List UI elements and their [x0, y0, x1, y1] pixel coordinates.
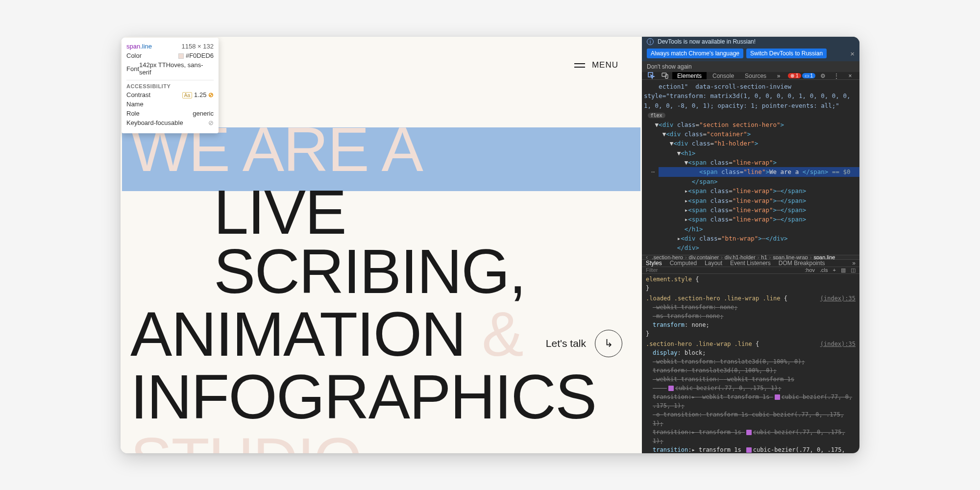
styles-sidebar-icon[interactable]: ◫: [851, 267, 856, 273]
tab-sources[interactable]: Sources: [740, 72, 771, 79]
more-subtabs-icon[interactable]: »: [852, 260, 856, 267]
issues-count-badge[interactable]: ▭ 1: [802, 73, 815, 78]
dom-breadcrumb[interactable]: ‹ .section-hero› div.container› div.h1-h…: [642, 255, 859, 260]
menu-button[interactable]: MENU: [592, 60, 618, 70]
hero-line-5: STUDIO.: [130, 431, 642, 453]
subtab-dom-breakpoints[interactable]: DOM Breakpoints: [779, 260, 825, 267]
not-focusable-icon: ⊘: [208, 119, 214, 126]
cls-toggle[interactable]: .cls: [820, 267, 828, 273]
error-count-badge[interactable]: ⊗ 1: [788, 73, 801, 78]
close-notice-button[interactable]: ×: [850, 49, 855, 58]
new-rule-icon[interactable]: +: [833, 267, 836, 273]
bezier-swatch-icon[interactable]: [775, 394, 780, 400]
match-language-button[interactable]: Always match Chrome's language: [647, 49, 743, 58]
hamburger-icon[interactable]: [574, 63, 585, 68]
subtab-computed[interactable]: Computed: [670, 260, 697, 267]
dom-tree[interactable]: ection1" data-scroll-section-inview styl…: [642, 80, 859, 255]
bezier-swatch-icon[interactable]: [746, 430, 752, 435]
bezier-swatch-icon[interactable]: [668, 386, 674, 391]
warning-icon: ⊘: [208, 91, 214, 98]
bezier-swatch-icon[interactable]: [746, 447, 752, 453]
device-toggle-icon[interactable]: [659, 72, 671, 79]
devtools-language-notice: DevTools is now available in Russian!: [658, 38, 756, 45]
info-icon: i: [647, 38, 654, 45]
inspect-element-icon[interactable]: [645, 72, 658, 79]
color-swatch-icon: [178, 53, 184, 59]
switch-language-button[interactable]: Switch DevTools to Russian: [746, 49, 827, 58]
tab-elements[interactable]: Elements: [672, 72, 707, 79]
computed-toggle-icon[interactable]: ▥: [841, 267, 846, 273]
close-devtools-icon[interactable]: ×: [844, 73, 857, 79]
breadcrumb-scroll-left-icon[interactable]: ‹: [646, 255, 650, 260]
inspector-tooltip: span.line 1158 × 132 Color #F0DED6 Font …: [122, 38, 219, 133]
page-viewport: MENU WE ARE A LIVE SCRIBING, ANIMATION &…: [121, 37, 642, 453]
hero-line-4: INFOGRAPHICS: [130, 368, 642, 426]
subtab-event-listeners[interactable]: Event Listeners: [730, 260, 771, 267]
hero-line-3a: ANIMATION: [130, 299, 482, 369]
tab-console[interactable]: Console: [708, 72, 739, 79]
subtab-styles[interactable]: Styles: [646, 260, 662, 267]
styles-pane[interactable]: element.style { } .loaded .section-hero …: [642, 274, 859, 453]
styles-filter-input[interactable]: [646, 267, 800, 273]
hero-heading: WE ARE A LIVE SCRIBING, ANIMATION & INFO…: [130, 120, 642, 453]
hero-line-3b: &: [482, 299, 522, 369]
dont-show-again-button[interactable]: Don't show again: [642, 61, 859, 72]
subtab-layout[interactable]: Layout: [705, 260, 722, 267]
devtools-panel: i DevTools is now available in Russian! …: [642, 37, 859, 453]
kebab-menu-icon[interactable]: ⋮: [830, 73, 843, 79]
contrast-badge-icon: Aa: [182, 92, 192, 98]
more-tabs-icon[interactable]: »: [772, 72, 785, 79]
hero-line-2: LIVE SCRIBING,: [130, 183, 642, 301]
settings-icon[interactable]: ⚙: [816, 73, 829, 79]
hov-toggle[interactable]: :hov: [805, 267, 815, 273]
